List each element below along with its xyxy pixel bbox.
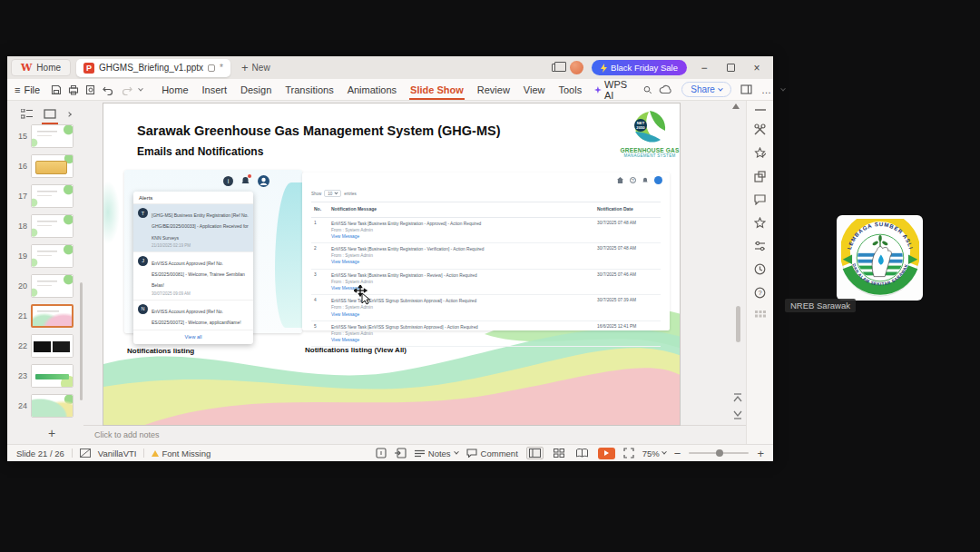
share-button[interactable]: Share [681,82,731,97]
comment-icon[interactable] [754,194,766,205]
task-pane-icon[interactable] [740,84,752,94]
thumbnail-17[interactable]: 17 [13,184,83,208]
slide-thumbnail-panel: 15 16 17 18 19 20 21 22 23 24 + [7,101,83,444]
redo-icon[interactable] [121,84,132,95]
settings-icon[interactable] [754,241,766,251]
account-avatar[interactable] [570,61,583,74]
alert-item[interactable]: N EnVISS Account Approved [Ref No. ES/20… [133,301,253,331]
help-icon[interactable]: ? [754,287,766,299]
restore-button[interactable] [721,62,740,74]
alert-time: 21/10/2025 02:19 PM [152,243,249,248]
shapes-icon[interactable] [754,171,766,182]
new-tab-button[interactable]: + New [236,61,276,74]
font-missing-warning[interactable]: Font Missing [152,448,211,458]
thumbnail-15[interactable]: 15 [13,124,83,148]
view-all-link[interactable]: View all [133,330,253,344]
view-message-link[interactable]: View Message [331,260,359,264]
effects-icon[interactable] [754,147,766,159]
alert-item[interactable]: J EnVISS Account Approved [Ref No. ES/20… [133,252,253,301]
page-size-select[interactable]: 10 [324,190,341,197]
view-message-link[interactable]: View Message [331,338,359,342]
menu-home[interactable]: Home [161,82,189,98]
normal-view-button[interactable] [526,447,544,459]
outline-view-icon[interactable] [21,109,33,121]
wps-ai-button[interactable]: WPS AI [594,79,632,101]
panel-scrollbar[interactable] [80,282,83,400]
slideshow-play-button[interactable] [598,448,615,459]
thumbnail-21-selected[interactable]: 21 [13,304,83,328]
menu-review[interactable]: Review [476,82,511,98]
thumbnail-16[interactable]: 16 [13,154,83,178]
menu-tools[interactable]: Tools [558,82,583,98]
zoom-out-button[interactable]: − [674,447,681,460]
desk-share-icon[interactable] [395,448,407,458]
thumbnail-18[interactable]: 18 [13,214,83,238]
apps-icon[interactable] [755,310,766,321]
add-slide-button[interactable]: + [7,424,83,444]
file-menu[interactable]: ≡ File [15,84,40,95]
fit-screen-icon[interactable] [623,448,634,458]
black-friday-sale-button[interactable]: Black Friday Sale [592,60,687,75]
col-message: Notification Message [331,206,597,213]
thumb-number: 18 [13,214,27,231]
cloud-sync-icon[interactable] [659,84,672,94]
favorites-icon[interactable] [754,217,766,229]
home-tab[interactable]: W Home [11,59,71,76]
thumbnail-view-icon[interactable] [44,109,56,121]
col-date: Notification Date [597,206,661,213]
menu-design[interactable]: Design [240,82,272,98]
previous-slide-button[interactable] [733,393,742,404]
print-preview-icon[interactable] [85,84,96,95]
zoom-in-button[interactable]: + [757,447,764,460]
notes-toggle-button[interactable]: Notes [415,448,458,458]
theme-name[interactable]: VanillaVTI [98,448,137,458]
page-setup-icon[interactable] [376,448,387,458]
thumbnail-19[interactable]: 19 [13,244,83,268]
next-slide-button[interactable] [733,409,742,419]
view-message-link[interactable]: View Message [331,312,359,317]
more-options-icon[interactable]: … [761,84,772,95]
vertical-scrollbar[interactable] [736,306,740,342]
thumbnail-22[interactable]: 22 [13,334,83,358]
collapse-icon[interactable] [755,108,766,112]
collapse-ribbon-icon[interactable] [780,85,786,91]
slide-canvas[interactable]: Sarawak Greenhouse Gas Management System… [103,103,681,426]
menu-view[interactable]: View [523,82,546,98]
tools-icon[interactable] [754,123,766,135]
thumbnail-20[interactable]: 20 [13,274,83,298]
quick-access-dropdown-icon[interactable] [138,85,143,91]
save-icon[interactable] [51,84,62,95]
notes-input[interactable]: Click to add notes [83,425,746,444]
search-icon[interactable] [643,84,652,95]
reading-view-button[interactable] [574,448,590,458]
minimize-button[interactable]: − [695,62,713,74]
menu-transitions[interactable]: Transitions [284,82,334,98]
collapse-panel-icon[interactable] [66,112,72,117]
promo-label: Black Friday Sale [611,63,678,73]
zoom-slider-knob[interactable] [716,449,723,457]
slide-sorter-view-button[interactable] [552,448,566,458]
zoom-slider[interactable] [689,452,749,454]
alert-item[interactable]: T [GHG-MS] Business Entity Registration … [133,204,253,252]
thumbnail-23[interactable]: 23 [13,364,83,388]
user-avatar-icon [654,176,662,184]
cell-date: 16/6/2025 12:41 PM [597,324,661,344]
scroll-up-arrow[interactable] [732,104,740,109]
thumbnail-24[interactable]: 24 [13,394,83,418]
screen: W Home P GHGMS_Briefing_v1.pptx * + New … [0,0,980,552]
undo-icon[interactable] [103,84,114,95]
document-tab[interactable]: P GHGMS_Briefing_v1.pptx * [76,59,230,77]
alert-text: EnVISS Account Approved [Ref No. ES/2025… [152,309,241,325]
zoom-level-control[interactable]: 75% [642,448,666,458]
close-button[interactable]: × [748,62,766,74]
print-icon[interactable] [68,84,79,95]
view-message-link[interactable]: View Message [331,234,359,239]
menu-slide-show[interactable]: Slide Show [409,82,465,98]
comment-button[interactable]: Comment [466,448,518,458]
notifications-table-screenshot: ? Show 10 entries [302,172,670,330]
menu-insert[interactable]: Insert [201,82,229,98]
ghgms-logo-line2: MANAGEMENT SYSTEM [615,153,681,158]
menu-animations[interactable]: Animations [347,82,397,98]
multi-window-icon[interactable] [552,64,562,72]
history-icon[interactable] [754,263,766,275]
